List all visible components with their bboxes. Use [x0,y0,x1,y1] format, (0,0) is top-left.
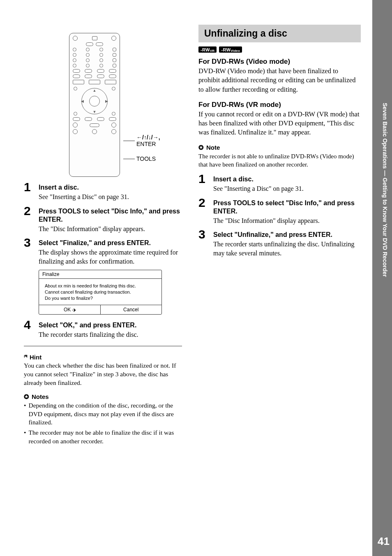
hint-heading: ཁ Hint [24,354,182,361]
step-number: 1 [198,173,208,193]
step-head: Insert a disc. [213,175,304,183]
note-heading: ✪ Note [198,144,361,151]
step-text: The "Disc Information" display appears. [213,216,361,225]
notes-list: Depending on the condition of the disc, … [24,401,182,446]
subhead-vr-mode: For DVD-RWs (VR mode) [198,101,361,109]
cursor-icon: ⬗ [72,307,76,313]
note-icon: ✪ [198,144,204,151]
step-number: 3 [24,236,33,266]
note-icon: ✪ [24,393,29,401]
step-number: 2 [24,205,33,234]
page-number: 41 [378,535,390,548]
format-badges: -RWVR -RWVideo [198,46,361,53]
note-item: The recorder may not be able to finalize… [28,429,182,446]
remote-label-tools: TOOLS [136,155,156,162]
step-number: 1 [24,181,33,202]
right-steps-list: 1 Insert a disc. See "Inserting a Disc" … [198,173,361,257]
side-tab: Seven Basic Operations — Getting to Know… [372,0,392,556]
step-head: Select "Unfinalize," and press ENTER. [213,231,361,239]
finalize-dialog: Finalize About xx min is needed for fina… [39,270,162,315]
step-text: See "Inserting a Disc" on page 31. [39,192,129,202]
badge-rwvr: -RWVR [198,46,217,53]
dialog-line: About xx min is needed for finalizing th… [45,283,156,289]
dialog-title: Finalize [39,270,161,279]
para-vr-mode: If you cannot record or edit on a DVD-RW… [198,110,361,137]
step-number: 3 [198,228,208,257]
section-title: Unfinalizing a disc [198,25,361,42]
step-head: Press TOOLS to select "Disc Info," and p… [213,199,361,215]
note-item: Depending on the condition of the disc, … [28,401,182,427]
step-head: Insert a disc. [39,183,129,192]
dialog-ok-button[interactable]: OK ⬗ [39,305,101,314]
step-number: 4 [24,319,33,339]
step-text: The recorder starts finalizing the disc. [39,330,138,339]
dialog-cancel-button[interactable]: Cancel [101,305,162,314]
step-text: The display shows the approximate time r… [39,248,182,266]
hint-label: Hint [30,354,42,361]
left-steps-list: 1 Insert a disc. See "Inserting a Disc" … [24,181,182,266]
badge-rwvideo: -RWVideo [219,46,242,53]
left-step4: 4 Select "OK," and press ENTER. The reco… [24,319,182,339]
hint-text: You can check whether the disc has been … [24,361,182,387]
step-number: 2 [198,197,208,225]
step-text: See "Inserting a Disc" on page 31. [213,184,304,193]
remote-diagram: ▲ ▼ ◀ ▶ ←/↑/↓/→, ENTER TOOLS [69,33,182,177]
step-head: Select "Finalize," and press ENTER. [39,239,182,247]
notes-heading: ✪ Notes [24,393,182,401]
note-text: The recorder is not able to unfinalize D… [198,152,361,169]
step-head: Press TOOLS to select "Disc Info," and p… [39,207,182,224]
remote-label-arrows: ←/↑/↓/→, [136,134,160,141]
step-text: The recorder starts unfinalizing the dis… [213,240,361,257]
notes-label: Notes [32,393,49,400]
dialog-line: Cannot cancel finalizing during transact… [45,289,156,295]
note-label: Note [206,144,220,151]
remote-label-enter: ENTER [136,141,156,147]
subhead-video-mode: For DVD-RWs (Video mode) [198,58,361,66]
para-video-mode: DVD-RW (Video mode) that have been final… [198,67,361,94]
side-tab-label: Seven Basic Operations — Getting to Know… [382,103,388,277]
hint-icon: ཁ [24,354,27,361]
step-head: Select "OK," and press ENTER. [39,321,138,329]
step-text: The "Disc Information" display appears. [39,225,182,234]
dialog-line: Do you want to finalize? [45,295,156,301]
